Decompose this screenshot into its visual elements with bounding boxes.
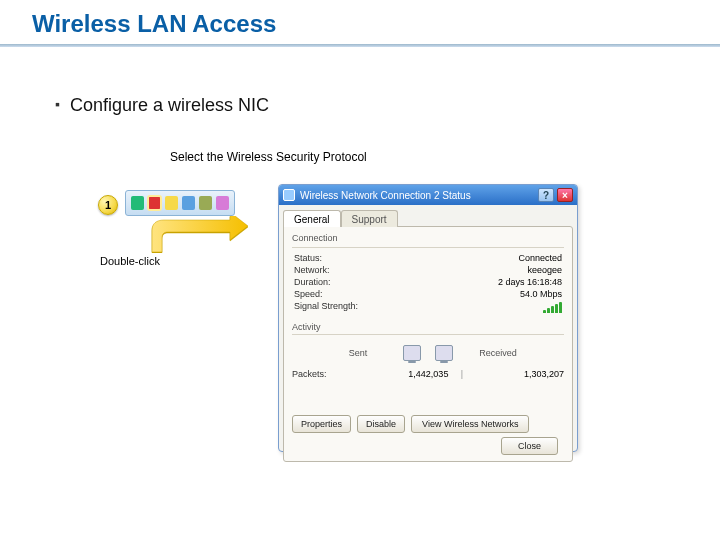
network-value: keeogee [527,265,562,275]
bullet-text: Configure a wireless NIC [70,95,269,115]
bullet-row: ▪Configure a wireless NIC [55,95,269,116]
row-network: Network: keeogee [292,264,564,276]
tray-icon[interactable] [131,196,144,210]
received-label: Received [463,348,533,358]
connection-group-label: Connection [292,233,564,243]
row-status: Status: Connected [292,252,564,264]
help-button[interactable]: ? [538,188,554,202]
tab-support[interactable]: Support [341,210,398,227]
row-duration: Duration: 2 days 16:18:48 [292,276,564,288]
activity-group: Activity Sent Received Packets: 1,442,03… [292,322,564,379]
network-label: Network: [294,265,330,275]
disable-button[interactable]: Disable [357,415,405,433]
signal-bars-icon [543,301,562,315]
wireless-window-icon [283,189,295,201]
button-row: Properties Disable View Wireless Network… [292,407,564,433]
packets-sep: | [448,369,475,379]
divider [292,247,564,248]
step-badge-1: 1 [98,195,118,215]
row-speed: Speed: 54.0 Mbps [292,288,564,300]
doubleclick-label: Double-click [100,255,160,267]
title-divider [0,44,720,47]
general-panel: Connection Status: Connected Network: ke… [283,226,573,462]
activity-group-label: Activity [292,322,564,332]
bullet-icon: ▪ [55,96,60,112]
tray-icon[interactable] [216,196,229,210]
activity-header: Sent Received [292,339,564,363]
divider [292,334,564,335]
computer-icon [435,345,453,361]
tab-strip: General Support [283,209,573,226]
speed-label: Speed: [294,289,323,299]
duration-value: 2 days 16:18:48 [498,277,562,287]
properties-button[interactable]: Properties [292,415,351,433]
close-icon[interactable]: × [557,188,573,202]
tray-icon[interactable] [199,196,212,210]
wireless-tray-icon[interactable] [148,196,161,210]
window-title: Wireless Network Connection 2 Status [300,190,471,201]
view-wireless-networks-button[interactable]: View Wireless Networks [411,415,529,433]
figure-caption: Select the Wireless Security Protocol [170,150,367,164]
packets-sent-value: 1,442,035 [360,369,448,379]
packets-row: Packets: 1,442,035 | 1,303,207 [292,363,564,379]
activity-icons [403,345,453,361]
speed-value: 54.0 Mbps [520,289,562,299]
tray-icon[interactable] [165,196,178,210]
computer-icon [403,345,421,361]
row-signal: Signal Strength: [292,300,564,316]
signal-label: Signal Strength: [294,301,358,315]
system-tray [125,190,235,216]
sent-label: Sent [323,348,393,358]
packets-label: Packets: [292,369,360,379]
wireless-status-window: Wireless Network Connection 2 Status ? ×… [278,184,578,452]
window-titlebar[interactable]: Wireless Network Connection 2 Status ? × [279,185,577,205]
status-value: Connected [518,253,562,263]
tab-general[interactable]: General [283,210,341,227]
duration-label: Duration: [294,277,331,287]
close-button[interactable]: Close [501,437,558,455]
packets-received-value: 1,303,207 [476,369,564,379]
slide-title: Wireless LAN Access [32,10,276,38]
status-label: Status: [294,253,322,263]
callout-arrow [150,216,250,252]
tray-icon[interactable] [182,196,195,210]
